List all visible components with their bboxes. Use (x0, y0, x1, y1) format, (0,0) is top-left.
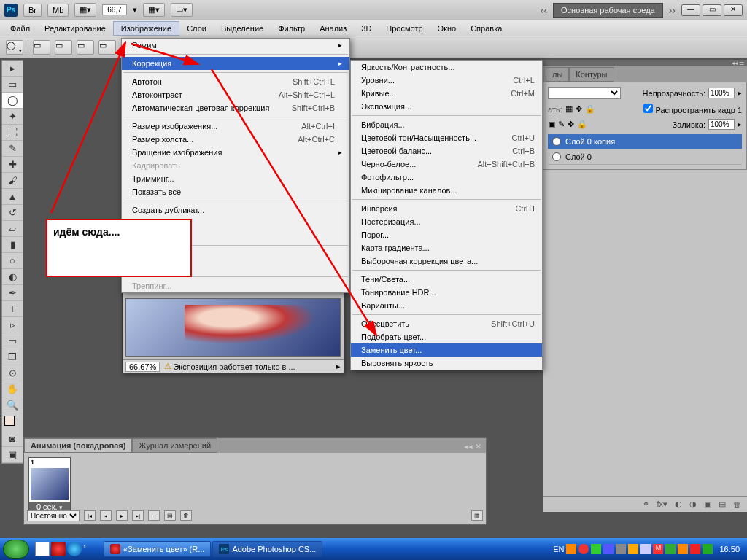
menu-filter[interactable]: Фильтр (271, 22, 312, 35)
menu-file[interactable]: Файл (3, 22, 37, 35)
heal-tool[interactable]: ✚ (2, 157, 23, 173)
first-frame-button[interactable]: |◂ (84, 510, 96, 521)
eyedropper-tool[interactable]: ✎ (2, 141, 23, 157)
adj-replacecolor[interactable]: Заменить цвет... (351, 343, 542, 357)
loop-select[interactable]: Постоянно (27, 510, 80, 521)
tray-icon[interactable] (690, 544, 700, 554)
group-button[interactable]: ▣ (704, 499, 711, 509)
menu-canvassize[interactable]: Размер холста...Alt+Ctrl+C (122, 133, 349, 146)
delete-layer-button[interactable]: 🗑 (733, 500, 741, 509)
zoom-level-field[interactable]: 66,7 (102, 4, 126, 15)
menu-help[interactable]: Справка (463, 22, 509, 35)
duplicate-frame-button[interactable]: ▤ (164, 510, 176, 521)
shape-tool[interactable]: ▭ (2, 333, 23, 349)
selection-intersect-button[interactable]: ▭ (98, 40, 116, 55)
tray-icon[interactable] (616, 544, 626, 554)
chevron-left-icon[interactable]: ‹‹ (541, 4, 547, 16)
menu-duplicate[interactable]: Создать дубликат... (122, 203, 349, 217)
adj-selectivecolor[interactable]: Выборочная коррекция цвета... (351, 254, 542, 268)
tool-preset-button[interactable]: ◯▾ (6, 40, 23, 55)
adj-invert[interactable]: ИнверсияCtrl+I (351, 202, 542, 215)
adj-variations[interactable]: Варианты... (351, 299, 542, 312)
adj-gradientmap[interactable]: Карта градиента... (351, 241, 542, 254)
desktop-icon[interactable]: › (83, 542, 98, 556)
view-arrange-button[interactable]: ▦▾ (74, 3, 96, 17)
menu-window[interactable]: Окно (430, 22, 464, 35)
menu-trim[interactable]: Тримминг... (122, 172, 349, 185)
menu-rotate[interactable]: Вращение изображения (122, 146, 349, 159)
screenmode-button[interactable]: ▣ (2, 447, 23, 463)
lock-icon[interactable]: ▣ (548, 120, 555, 129)
menu-mode[interactable]: Режим (122, 39, 349, 52)
adjustment-layer-button[interactable]: ◑ (689, 499, 697, 509)
layer-row-copy[interactable]: Слой 0 копия (548, 134, 742, 149)
tray-icon[interactable] (628, 544, 638, 554)
path-select-tool[interactable]: ▹ (2, 317, 23, 333)
menu-edit[interactable]: Редактирование (37, 22, 113, 35)
ie-icon[interactable] (67, 542, 82, 556)
minibridge-button[interactable]: Mb (47, 4, 69, 17)
adj-desaturate[interactable]: ОбесцветитьShift+Ctrl+U (351, 317, 542, 330)
menu-layers[interactable]: Слои (179, 22, 214, 35)
bridge-button[interactable]: Br (23, 4, 42, 17)
tray-icon[interactable] (591, 544, 601, 554)
eraser-tool[interactable]: ▱ (2, 221, 23, 237)
lang-indicator[interactable]: EN (553, 545, 564, 553)
lasso-tool[interactable]: ◯ (2, 93, 23, 109)
menu-view[interactable]: Просмотр (379, 22, 430, 35)
adj-brightness[interactable]: Яркость/Контрастность... (351, 61, 542, 74)
selection-add-button[interactable]: ▭ (55, 40, 72, 55)
crop-tool[interactable]: ⛶ (2, 125, 23, 141)
prev-frame-button[interactable]: ◂ (100, 510, 112, 521)
selection-new-button[interactable]: ▭ (33, 40, 50, 55)
adj-hue[interactable]: Цветовой тон/Насыщенность...Ctrl+U (351, 131, 542, 144)
move-icon[interactable]: ✥ (568, 120, 574, 129)
chevron-down-icon[interactable]: ▸ (738, 88, 742, 98)
gradient-tool[interactable]: ▮ (2, 237, 23, 253)
tab-measurements[interactable]: Журнал измерений (132, 438, 217, 453)
adj-matchcolor[interactable]: Подобрать цвет... (351, 330, 542, 343)
tab-paths[interactable]: Контуры (569, 67, 614, 82)
fx-button[interactable]: fx▾ (657, 499, 667, 509)
zoom-tool[interactable]: 🔍 (2, 397, 23, 413)
propagate-frame-checkbox[interactable] (643, 104, 653, 113)
totalcmd-icon[interactable] (35, 542, 50, 556)
taskbar-item-opera[interactable]: «Заменить цвет» (R... (104, 541, 211, 557)
menu-analysis[interactable]: Анализ (312, 22, 354, 35)
3d-camera-tool[interactable]: ⊙ (2, 365, 23, 381)
quickmask-button[interactable]: ◙ (2, 431, 23, 447)
adj-photofilter[interactable]: Фотофильтр... (351, 171, 542, 184)
hand-tool[interactable]: ✋ (2, 381, 23, 397)
adj-equalize[interactable]: Выровнять яркость (351, 357, 542, 370)
tray-icon[interactable] (566, 544, 576, 554)
adj-bw[interactable]: Черно-белое...Alt+Shift+Ctrl+B (351, 158, 542, 171)
brush-tool[interactable]: 🖌 (2, 173, 23, 189)
menu-autocolor[interactable]: Автоматическая цветовая коррекцияShift+C… (122, 101, 349, 114)
workspace-selector[interactable]: Основная рабочая среда (553, 3, 663, 18)
menu-imagesize[interactable]: Размер изображения...Alt+Ctrl+I (122, 120, 349, 133)
color-swatches[interactable] (2, 413, 23, 431)
next-frame-button[interactable]: ▸| (132, 510, 144, 521)
menu-autocontrast[interactable]: АвтоконтрастAlt+Shift+Ctrl+L (122, 88, 349, 101)
animation-frame-1[interactable]: 1 0 сек. ▾ (28, 457, 71, 513)
maximize-button[interactable]: ▭ (703, 4, 721, 16)
tray-icon[interactable] (578, 544, 589, 554)
collapse-icon[interactable]: ◂◂ ✕ (460, 440, 486, 453)
tray-icon[interactable] (703, 544, 713, 554)
chevron-right-icon[interactable]: ›› (669, 4, 676, 16)
move-tool[interactable]: ▸ (2, 61, 23, 77)
extras-button[interactable]: ▭▾ (171, 3, 193, 17)
tray-icon[interactable] (603, 544, 614, 554)
menu-image[interactable]: Изображение (113, 21, 179, 36)
doc-zoom-field[interactable]: 66,67% (125, 362, 160, 372)
lock-pixels-icon[interactable]: ▦ (565, 104, 573, 114)
play-button[interactable]: ▸ (116, 510, 128, 521)
marquee-tool[interactable]: ▭ (2, 77, 23, 93)
adj-exposure[interactable]: Экспозиция... (351, 100, 542, 113)
layer-row-base[interactable]: Слой 0 (548, 149, 742, 165)
clock[interactable]: 16:50 (715, 545, 744, 553)
opera-icon[interactable] (51, 542, 66, 556)
blur-tool[interactable]: ○ (2, 253, 23, 269)
adj-threshold[interactable]: Порог... (351, 228, 542, 241)
doc-status-arrow-icon[interactable]: ▸ (336, 362, 341, 371)
